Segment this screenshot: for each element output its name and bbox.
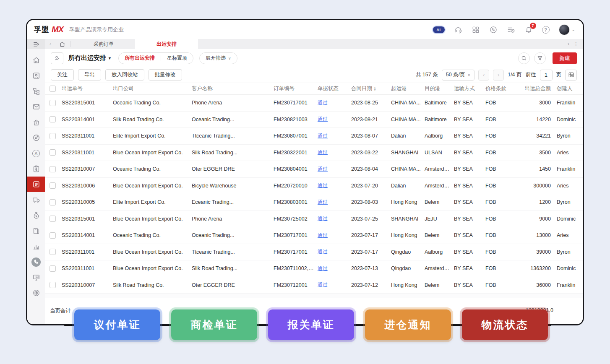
collapse-menu-icon[interactable] [27, 39, 45, 49]
row-checkbox[interactable] [50, 149, 56, 156]
sidebar-org-chart-icon[interactable] [27, 83, 45, 99]
col-status[interactable]: 单据状态 [316, 85, 349, 92]
status-link[interactable]: 通过 [318, 166, 328, 172]
sort-icon[interactable]: ▲▼ [373, 86, 376, 91]
status-link[interactable]: 通过 [318, 199, 328, 205]
sidebar-bar-chart-icon[interactable] [27, 239, 45, 254]
col-contract-date[interactable]: 合同日期▲▼ [349, 85, 389, 92]
status-link[interactable]: 通过 [318, 282, 328, 288]
status-link[interactable]: 通过 [318, 133, 328, 139]
sidebar-clipboard-dollar-icon[interactable] [27, 161, 45, 177]
export-button[interactable]: 导出 [78, 69, 101, 81]
horizontal-scrollbar[interactable] [45, 294, 583, 298]
row-checkbox[interactable] [50, 133, 56, 139]
status-link[interactable]: 通过 [318, 149, 328, 155]
status-link[interactable]: 通过 [318, 249, 328, 255]
prev-page-button[interactable]: ‹ [478, 70, 489, 81]
col-creator[interactable]: 创建人 [555, 85, 583, 92]
help-icon[interactable]: ? [542, 26, 550, 34]
table-row[interactable]: SS220310007 Oceanic Trading Co. Oter EGG… [45, 161, 583, 178]
status-link[interactable]: 通过 [318, 265, 328, 271]
history-icon[interactable] [507, 26, 515, 34]
table-row[interactable]: SS220310006 Blue Ocean Import Export Co.… [45, 178, 583, 195]
warehouse-notice-button[interactable]: 进仓通知 [365, 309, 451, 340]
table-row[interactable]: SS220314001 Silk Road Trading Co. Oceani… [45, 112, 583, 128]
tab-shipping-arrangement[interactable]: 出运安排 [135, 39, 198, 49]
search-icon[interactable] [518, 52, 530, 64]
negotiation-docs-button[interactable]: 议付单证 [74, 309, 160, 340]
sidebar-shipping-doc-icon[interactable] [27, 177, 45, 192]
sidebar-ledger-icon[interactable] [27, 223, 45, 239]
sidebar-monitor-icon[interactable] [27, 270, 45, 285]
row-checkbox[interactable] [50, 182, 56, 189]
more-icon[interactable]: ⋮ [574, 41, 579, 47]
view-selector[interactable]: 所有出运安排 ▼ [68, 54, 112, 62]
row-checkbox[interactable] [50, 249, 56, 255]
recycle-bin-button[interactable]: 放入回收站 [105, 69, 144, 81]
back-chevron-icon[interactable]: ‹ [45, 41, 56, 47]
sidebar-home-icon[interactable] [27, 52, 45, 68]
forward-chevron-icon[interactable]: › [568, 41, 569, 47]
col-exporter[interactable]: 出口公司 [111, 85, 190, 92]
sidebar-whatsapp-icon[interactable] [27, 254, 45, 270]
batch-edit-button[interactable]: 批量修改 [149, 69, 182, 81]
whatsapp-icon[interactable] [489, 26, 498, 34]
sidebar-mail-icon[interactable] [27, 99, 45, 114]
view-owner-icon[interactable] [51, 52, 63, 64]
expand-filter-button[interactable]: 展开筛选 ∨ [199, 52, 237, 64]
table-row[interactable]: SS220311001 Elite Import Export Co. Ttce… [45, 128, 583, 145]
sidebar-contacts-icon[interactable] [27, 68, 45, 83]
col-transport-mode[interactable]: 运输方式 [452, 85, 484, 92]
table-row[interactable]: SS220314001 Oceanic Trading Co. Oceanic … [45, 227, 583, 244]
table-row[interactable]: SS220315001 Oceanic Trading Co. Phone Ar… [45, 95, 583, 112]
col-destination-port[interactable]: 目的港 [423, 85, 452, 92]
sidebar-truck-icon[interactable] [27, 192, 45, 208]
home-tab-icon[interactable] [56, 41, 68, 47]
filter-funnel-icon[interactable] [534, 52, 546, 64]
status-link[interactable]: 通过 [318, 232, 328, 238]
follow-button[interactable]: 关注 [51, 69, 74, 81]
filter-starred-top[interactable]: 星标置顶 [161, 53, 193, 64]
col-customer[interactable]: 客户名称 [190, 85, 272, 92]
sidebar-shopping-bag-icon[interactable] [27, 114, 45, 130]
goto-page-input[interactable] [540, 70, 553, 81]
chevron-down-icon[interactable]: ⌄ [572, 27, 575, 32]
new-button[interactable]: 新建 [553, 52, 577, 64]
col-port-of-loading[interactable]: 起运港 [389, 85, 423, 92]
row-checkbox[interactable] [50, 265, 56, 272]
status-link[interactable]: 通过 [318, 182, 328, 188]
headset-icon[interactable] [454, 26, 462, 34]
ai-assistant-button[interactable]: AI [433, 26, 445, 33]
col-total-amount[interactable]: 出运总金额 [517, 85, 555, 92]
col-shipment-no[interactable]: 出运单号 [60, 85, 111, 92]
apps-grid-icon[interactable] [472, 26, 480, 34]
table-row[interactable]: SS220311001 Blue Ocean Import Export Co.… [45, 260, 583, 277]
select-all-checkbox[interactable] [50, 86, 56, 92]
table-row[interactable]: SS220311001 Blue Ocean Import Export Co.… [45, 244, 583, 261]
page-size-select[interactable]: 50 条/页 ∨ [442, 70, 474, 81]
col-price-terms[interactable]: 价格条款 [484, 85, 517, 92]
col-order-no[interactable]: 订单编号 [272, 85, 316, 92]
row-checkbox[interactable] [50, 100, 56, 106]
tab-purchase-orders[interactable]: 采购订单 [72, 39, 135, 49]
status-link[interactable]: 通过 [318, 116, 328, 122]
sidebar-circle-a-icon[interactable]: A [27, 146, 45, 161]
row-checkbox[interactable] [50, 199, 56, 205]
row-checkbox[interactable] [50, 232, 56, 239]
table-row[interactable]: SS220315001 Blue Ocean Import Export Co.… [45, 211, 583, 228]
sidebar-compass-icon[interactable] [27, 130, 45, 146]
bell-icon[interactable]: 7 [524, 26, 533, 34]
table-row[interactable]: SS220310007 Silk Road Trading Co. Oter E… [45, 277, 583, 294]
status-link[interactable]: 通过 [318, 100, 328, 106]
customs-docs-button[interactable]: 报关单证 [268, 309, 354, 340]
column-settings-icon[interactable] [565, 70, 577, 81]
row-checkbox[interactable] [50, 116, 56, 122]
row-checkbox[interactable] [50, 282, 56, 288]
row-checkbox[interactable] [50, 166, 56, 172]
inspection-docs-button[interactable]: 商检单证 [171, 309, 257, 340]
filter-all-shipments[interactable]: 所有出运安排 [119, 53, 161, 64]
status-link[interactable]: 通过 [318, 216, 328, 221]
user-avatar[interactable] [559, 24, 570, 35]
logistics-status-button[interactable]: 物流状态 [462, 309, 548, 340]
next-page-button[interactable]: › [493, 70, 504, 81]
